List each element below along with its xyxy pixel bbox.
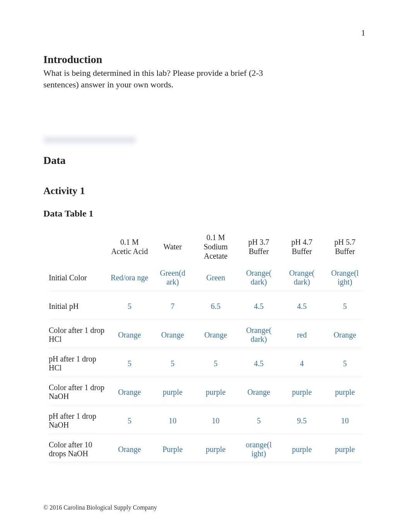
row-label: Initial Color (46, 265, 107, 290)
cell-value: Orange (152, 322, 193, 347)
cell-value: red (281, 322, 322, 347)
cell-value: purple (281, 380, 322, 404)
row-label: Initial pH (46, 294, 107, 319)
cell-value: 10 (325, 408, 365, 433)
activity-heading: Activity 1 (43, 185, 368, 197)
row-label: pH after 1 drop HCl (46, 351, 107, 376)
redacted-answer-blur (43, 136, 136, 143)
cell-value: Red/ora nge (109, 265, 150, 290)
cell-value: purple (152, 380, 193, 404)
cell-value: Orange( dark) (238, 265, 279, 290)
data-heading: Data (43, 154, 368, 167)
cell-value: 9.5 (281, 408, 322, 433)
cell-value: 10 (195, 408, 236, 433)
row-label: Color after 1 drop HCl (46, 322, 107, 347)
table-header-cell: 0.1 M Acetic Acid (109, 232, 150, 261)
row-label: Color after 10 drops NaOH (46, 437, 107, 462)
cell-value: 5 (109, 294, 150, 319)
copyright-footer: © 2016 Carolina Biological Supply Compan… (43, 504, 157, 511)
cell-value: 5 (325, 351, 365, 376)
cell-value: Purple (152, 437, 193, 462)
table-row: Initial pH 5 7 6.5 4.5 4.5 5 (46, 294, 365, 319)
cell-value: purple (325, 437, 365, 462)
cell-value: Orange (238, 380, 279, 404)
table-header-cell (46, 232, 107, 261)
row-label: pH after 1 drop NaOH (46, 408, 107, 433)
page-number: 1 (361, 28, 365, 38)
cell-value: Green (195, 265, 236, 290)
table-header-cell: Water (152, 232, 193, 261)
data-table-1: 0.1 M Acetic Acid Water 0.1 M Sodium Ace… (43, 228, 368, 466)
cell-value: Orange (195, 322, 236, 347)
cell-value: purple (325, 380, 365, 404)
cell-value: Orange (109, 322, 150, 347)
table-row: pH after 1 drop NaOH 5 10 10 5 9.5 10 (46, 408, 365, 433)
table-header-row: 0.1 M Acetic Acid Water 0.1 M Sodium Ace… (46, 232, 365, 261)
cell-value: 4.5 (281, 294, 322, 319)
cell-value: purple (281, 437, 322, 462)
table-header-cell: pH 3.7 Buffer (238, 232, 279, 261)
table-header-cell: pH 5.7 Buffer (325, 232, 365, 261)
introduction-prompt: What is being determined in this lab? Pl… (43, 67, 283, 90)
cell-value: Orange( dark) (238, 322, 279, 347)
cell-value: purple (195, 380, 236, 404)
cell-value: 6.5 (195, 294, 236, 319)
cell-value: 4.5 (238, 294, 279, 319)
table-row: Initial Color Red/ora nge Green(d ark) G… (46, 265, 365, 290)
introduction-heading: Introduction (43, 53, 368, 66)
cell-value: Orange(l ight) (325, 265, 365, 290)
cell-value: Orange (109, 380, 150, 404)
cell-value: 5 (238, 408, 279, 433)
table-row: pH after 1 drop HCl 5 5 5 4.5 4 5 (46, 351, 365, 376)
cell-value: 10 (152, 408, 193, 433)
cell-value: Orange (325, 322, 365, 347)
lab-report-page: 1 Introduction What is being determined … (0, 0, 411, 532)
cell-value: Orange (109, 437, 150, 462)
data-table-heading: Data Table 1 (43, 208, 368, 219)
cell-value: 5 (195, 351, 236, 376)
cell-value: orange(l ight) (238, 437, 279, 462)
cell-value: 4 (281, 351, 322, 376)
cell-value: 7 (152, 294, 193, 319)
cell-value: 4.5 (238, 351, 279, 376)
cell-value: Orange( dark) (281, 265, 322, 290)
cell-value: Green(d ark) (152, 265, 193, 290)
row-label: Color after 1 drop NaOH (46, 380, 107, 404)
cell-value: 5 (109, 351, 150, 376)
cell-value: 5 (109, 408, 150, 433)
table-row: Color after 10 drops NaOH Orange Purple … (46, 437, 365, 462)
cell-value: 5 (325, 294, 365, 319)
table-header-cell: pH 4.7 Buffer (281, 232, 322, 261)
cell-value: purple (195, 437, 236, 462)
table-header-cell: 0.1 M Sodium Acetate (195, 232, 236, 261)
table-row: Color after 1 drop NaOH Orange purple pu… (46, 380, 365, 404)
cell-value: 5 (152, 351, 193, 376)
